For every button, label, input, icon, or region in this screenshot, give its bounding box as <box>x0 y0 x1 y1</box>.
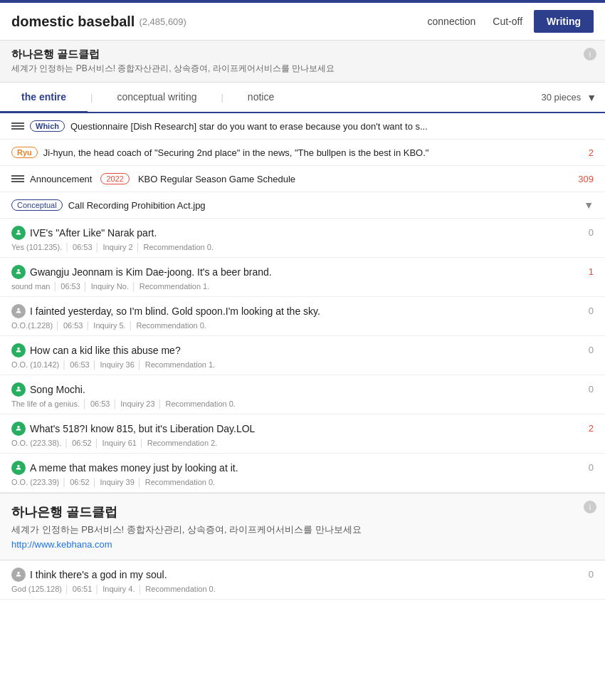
item-title[interactable]: Song Mochi. <box>30 384 568 395</box>
year-tag: 2022 <box>100 173 129 184</box>
ad-banner-top-title: 하나은행 골드클럽 <box>11 48 335 61</box>
meta-inquiry: Inquiry 36 <box>100 360 135 369</box>
ad-info-icon-top[interactable]: i <box>584 48 596 61</box>
recycle-icon <box>14 464 23 472</box>
meta-time: 06:53 <box>70 360 90 369</box>
item-title[interactable]: IVE's "After Like" Narak part. <box>30 227 568 239</box>
list-container-2: I think there's a god in my soul. 0 God … <box>0 560 605 600</box>
ad-banner-bottom-subtitle: 세계가 인정하는 PB서비스! 종합자산관리, 상속증여, 라이프케어서비스를 … <box>11 523 594 536</box>
meta-recommendation: Recommendation 0. <box>145 585 215 593</box>
meta-time: 06:52 <box>72 439 92 447</box>
nav-writing-button[interactable]: Writing <box>534 10 594 33</box>
item-count: 0 <box>572 462 594 473</box>
pinned-item-3: Announcement 2022 KBO Regular Season Gam… <box>0 166 605 192</box>
meta-time: 06:51 <box>73 585 93 593</box>
item-count: 0 <box>572 345 594 355</box>
nav-connection[interactable]: connection <box>422 13 482 30</box>
item-count: 0 <box>572 305 594 316</box>
item-meta: Yes (101.235). │ 06:53 │ Inquiry 2 │ Rec… <box>11 243 594 251</box>
tab-notice[interactable]: notice <box>226 83 295 113</box>
meta-inquiry: Inquiry No. <box>91 282 129 291</box>
list-item-header: I fainted yesterday, so I'm blind. Gold … <box>11 304 594 318</box>
meta-user: sound man <box>11 282 50 291</box>
meta-time: 06:52 <box>70 478 90 486</box>
meta-recommendation: Recommendation 0. <box>165 399 235 408</box>
item-title[interactable]: How can a kid like this abuse me? <box>30 345 568 356</box>
recycle-icon <box>14 229 23 237</box>
pinned-count-2: 2 <box>572 147 594 158</box>
which-tag: Which <box>30 120 65 132</box>
header: domestic baseball (2,485,609) connection… <box>0 3 605 41</box>
pinned-text-2[interactable]: Ji-hyun, the head coach of "Securing 2nd… <box>43 147 567 158</box>
pin-lines-icon-2 <box>11 175 24 182</box>
recycle-icon <box>14 346 23 355</box>
meta-recommendation: Recommendation 0. <box>136 321 206 330</box>
meta-time: 06:53 <box>90 399 110 408</box>
item-meta: God (125.128) │ 06:51 │ Inquiry 4. │ Rec… <box>11 585 594 593</box>
item-count: 0 <box>572 384 594 395</box>
list-item-header: A meme that makes money just by looking … <box>11 461 594 475</box>
announcement-text: Announcement <box>30 174 92 184</box>
meta-user: O.O. (223.39) <box>11 478 59 486</box>
list-item-header: What's 518?I know 815, but it's Liberati… <box>11 422 594 436</box>
pinned-item-2: Ryu Ji-hyun, the head coach of "Securing… <box>0 140 605 166</box>
user-avatar-icon <box>11 226 26 240</box>
item-title[interactable]: Gwangju Jeonnam is Kim Dae-joong. It's a… <box>30 266 568 278</box>
nav-cutoff[interactable]: Cut-off <box>487 13 528 30</box>
pinned-text-4[interactable]: Call Recording Prohibition Act.jpg <box>68 200 578 211</box>
pinned-text-3[interactable]: KBO Regular Season Game Schedule <box>138 174 567 184</box>
meta-inquiry: Inquiry 5. <box>93 321 125 330</box>
user-avatar-icon <box>11 382 26 397</box>
conceptual-tag: Conceptual <box>11 199 63 211</box>
list-item-header: How can a kid like this abuse me? 0 <box>11 343 594 357</box>
tab-divider-2: | <box>218 92 226 103</box>
list-item: Gwangju Jeonnam is Kim Dae-joong. It's a… <box>0 258 605 297</box>
tab-count-text: 30 pieces <box>541 92 581 103</box>
meta-inquiry: Inquiry 39 <box>100 478 135 486</box>
list-item-header: Song Mochi. 0 <box>11 382 594 397</box>
list-item: I think there's a god in my soul. 0 God … <box>0 560 605 600</box>
meta-time: 06:53 <box>63 321 83 330</box>
ad-info-icon-bottom[interactable]: i <box>584 501 596 513</box>
meta-recommendation: Recommendation 1. <box>145 360 215 369</box>
site-count: (2,485,609) <box>139 16 186 27</box>
item-title[interactable]: I think there's a god in my soul. <box>30 569 568 580</box>
user-avatar-icon <box>11 568 26 582</box>
recycle-icon <box>14 268 23 276</box>
meta-user: The life of a genius. <box>11 399 80 408</box>
item-count: 0 <box>572 227 594 238</box>
pinned-arrow-4[interactable]: ▼ <box>584 199 594 211</box>
meta-time: 06:53 <box>73 243 93 251</box>
item-meta: sound man │ 06:53 │ Inquiry No. │ Recomm… <box>11 282 594 291</box>
meta-user: Yes (101.235). <box>11 243 62 251</box>
meta-inquiry: Inquiry 4. <box>102 585 135 593</box>
tab-count-arrow[interactable]: ▼ <box>586 92 596 103</box>
ad-banner-bottom: i 하나은행 골드클럽 세계가 인정하는 PB서비스! 종합자산관리, 상속증여… <box>0 493 605 560</box>
recycle-icon <box>14 570 23 579</box>
list-item: A meme that makes money just by looking … <box>0 454 605 493</box>
ad-banner-bottom-link[interactable]: http://www.kebhana.com <box>11 539 594 550</box>
meta-user: God (125.128) <box>11 585 62 593</box>
item-count: 2 <box>572 423 594 434</box>
ad-banner-top-subtitle: 세계가 인정하는 PB서비스! 종합자산관리, 상속증여, 라이프케어서비스를 … <box>11 63 335 75</box>
recycle-icon <box>14 424 23 433</box>
pinned-text-1[interactable]: Questionnaire [Dish Research] star do yo… <box>70 121 594 132</box>
list-item: I fainted yesterday, so I'm blind. Gold … <box>0 297 605 336</box>
user-avatar-icon <box>11 343 26 357</box>
meta-user: O.O.(1.228) <box>11 321 53 330</box>
recycle-icon <box>14 385 23 394</box>
list-item-header: I think there's a god in my soul. 0 <box>11 568 594 582</box>
item-meta: O.O.(1.228) │ 06:53 │ Inquiry 5. │ Recom… <box>11 321 594 330</box>
tab-conceptual[interactable]: conceptual writing <box>95 83 218 113</box>
tab-entire[interactable]: the entire <box>0 83 88 113</box>
item-meta: The life of a genius. │ 06:53 │ Inquiry … <box>11 399 594 408</box>
list-item-header: Gwangju Jeonnam is Kim Dae-joong. It's a… <box>11 265 594 279</box>
pinned-item-1: Which Questionnaire [Dish Research] star… <box>0 113 605 140</box>
item-meta: O.O. (223.38). │ 06:52 │ Inquiry 61 │ Re… <box>11 439 594 447</box>
item-title[interactable]: A meme that makes money just by looking … <box>30 462 568 474</box>
tabs: the entire | conceptual writing | notice… <box>0 83 605 113</box>
item-title[interactable]: I fainted yesterday, so I'm blind. Gold … <box>30 305 568 317</box>
user-avatar-icon <box>11 265 26 279</box>
item-title[interactable]: What's 518?I know 815, but it's Liberati… <box>30 423 568 434</box>
ryu-tag: Ryu <box>11 147 38 158</box>
